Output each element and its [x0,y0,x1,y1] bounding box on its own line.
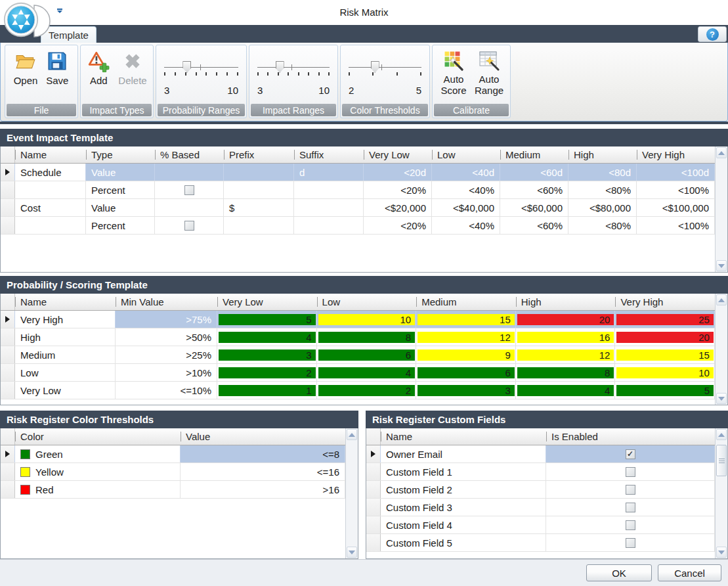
save-button[interactable]: Save [42,47,72,87]
score-cell[interactable]: 1 [219,385,316,396]
row-selector[interactable] [366,445,381,462]
cell-min-value[interactable]: >10% [116,364,217,381]
cell-high[interactable]: <80d [568,164,637,181]
score-cell[interactable]: 16 [517,332,614,343]
pct-based-checkbox[interactable] [184,221,194,231]
add-impact-type-button[interactable]: Add [83,47,114,87]
row-selector[interactable] [1,181,15,198]
cell-high[interactable]: <$80,000 [568,199,637,216]
delete-impact-type-button[interactable]: Delete [115,47,150,87]
scroll-down-button[interactable] [716,547,727,558]
cell-medium[interactable]: <60% [500,217,568,234]
cell-low[interactable]: <$40,000 [432,199,500,216]
scroll-up-button[interactable] [716,429,727,440]
row-selector[interactable] [366,516,381,533]
score-cell[interactable]: 5 [219,314,316,325]
cell-low[interactable]: <40% [432,181,500,198]
column-header[interactable]: Very High [637,146,715,163]
score-cell[interactable]: 12 [418,332,515,343]
quick-access-dropdown-icon[interactable] [56,9,62,13]
row-selector[interactable] [1,481,15,498]
row-selector[interactable] [1,311,15,328]
scrollbar[interactable] [345,428,358,558]
open-button[interactable]: Open [11,47,41,87]
score-cell[interactable]: 4 [219,332,316,343]
cell-high[interactable]: <80% [568,217,637,234]
row-selector[interactable] [1,445,15,462]
cell-very-high[interactable]: <$100,000 [637,199,715,216]
cell-prefix[interactable] [224,164,294,181]
cell-suffix[interactable] [294,181,364,198]
auto-score-button[interactable]: Auto Score [437,47,471,97]
cell-type[interactable]: Percent [86,181,155,198]
cell-name[interactable]: Owner Email [381,445,546,462]
cell-name[interactable]: Schedule [15,164,86,181]
scrollbar[interactable] [715,146,727,272]
is-enabled-checkbox[interactable]: ✓ [626,449,635,459]
is-enabled-checkbox[interactable] [626,485,635,495]
column-header[interactable]: High [516,294,616,310]
score-cell[interactable]: 8 [517,367,614,378]
row-selector[interactable] [366,534,381,551]
column-header[interactable]: Type [86,146,155,163]
is-enabled-checkbox[interactable] [626,538,635,548]
column-header[interactable]: Very High [615,294,715,310]
score-cell[interactable]: 20 [616,332,714,343]
cell-name[interactable]: Custom Field 5 [381,534,546,551]
row-selector[interactable] [1,346,15,363]
auto-range-button[interactable]: Auto Range [472,47,506,97]
cell-name[interactable]: Custom Field 1 [381,463,546,480]
score-cell[interactable]: 4 [318,367,416,378]
row-selector[interactable] [366,463,381,480]
row-selector[interactable] [1,364,15,381]
score-cell[interactable]: 15 [616,349,714,361]
cell-name[interactable]: Custom Field 3 [381,499,546,516]
cell-min-value[interactable]: <=10% [116,382,217,399]
cell-name[interactable]: Medium [15,346,116,363]
row-selector[interactable] [1,164,15,181]
cell-type[interactable]: Value [86,164,155,181]
is-enabled-checkbox[interactable] [626,520,635,530]
cell-name[interactable]: Low [15,364,116,381]
column-header[interactable]: Suffix [294,146,364,163]
column-header[interactable]: Is Enabled [546,428,715,445]
scrollbar-thumb[interactable] [716,445,727,476]
cell-value[interactable]: <=16 [181,463,345,480]
score-cell[interactable]: 10 [616,367,714,378]
row-selector[interactable] [366,499,381,516]
column-header[interactable]: Name [381,428,546,445]
cell-name[interactable]: Custom Field 4 [381,516,546,533]
cell-low[interactable]: <40d [432,164,500,181]
cell-type[interactable]: Value [86,199,155,216]
cell-name[interactable]: Cost [15,199,86,216]
score-cell[interactable]: 20 [517,314,614,325]
score-cell[interactable]: 15 [418,314,515,325]
row-selector[interactable] [1,328,15,346]
cell-very-low[interactable]: <20% [364,217,432,234]
ok-button[interactable]: OK [586,564,652,581]
color-thresholds-slider[interactable] [347,60,423,78]
cell-suffix[interactable] [294,217,364,234]
slider-thumb[interactable] [182,61,191,73]
score-cell[interactable]: 6 [418,367,515,378]
cancel-button[interactable]: Cancel [658,564,721,581]
score-cell[interactable]: 5 [616,385,714,396]
is-enabled-checkbox[interactable] [626,503,635,512]
cell-color[interactable]: Green [15,445,181,462]
row-selector[interactable] [366,481,381,498]
cell-color[interactable]: Yellow [15,463,181,480]
score-cell[interactable]: 6 [318,349,416,361]
cell-very-high[interactable]: <100% [637,181,715,198]
score-cell[interactable]: 9 [418,349,515,361]
cell-name[interactable]: Very High [15,311,116,328]
score-cell[interactable]: 2 [219,367,316,378]
slider-thumb[interactable] [276,61,284,73]
score-cell[interactable]: 25 [616,314,714,325]
impact-ranges-slider[interactable] [256,60,331,78]
cell-suffix[interactable]: d [294,164,364,181]
cell-pct-based[interactable] [155,164,224,181]
cell-pct-based[interactable] [155,199,224,216]
app-logo-icon[interactable] [3,1,39,38]
row-selector[interactable] [1,217,15,234]
column-header[interactable]: Min Value [116,294,217,310]
